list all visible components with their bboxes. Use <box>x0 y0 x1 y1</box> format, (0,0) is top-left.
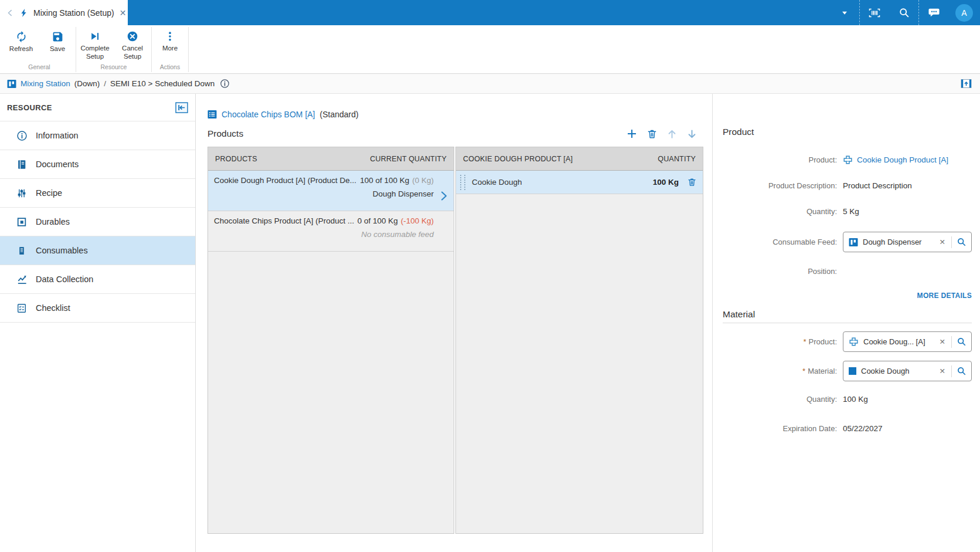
search-icon[interactable] <box>889 0 918 25</box>
restore-panel-icon[interactable] <box>961 79 972 89</box>
app-root: Mixing Station (Setup) ✕ <box>0 0 980 552</box>
complete-setup-icon <box>89 31 101 42</box>
field-label: *Material: <box>723 367 837 375</box>
breadcrumb: Mixing Station (Down) / SEMI E10 > Sched… <box>0 74 980 94</box>
material-section-title: Material <box>723 309 972 321</box>
product-link[interactable]: Cookie Dough Product [A] <box>843 155 948 165</box>
column-header-products: PRODUCTS <box>215 155 257 163</box>
products-table: PRODUCTS CURRENT QUANTITY Cookie Dough P… <box>207 147 454 534</box>
field-label: Product Description: <box>723 181 837 190</box>
complete-setup-label: Complete Setup <box>76 45 114 61</box>
tab-scroll-left-icon[interactable] <box>6 9 14 17</box>
delete-icon[interactable] <box>687 177 697 187</box>
refresh-icon <box>15 31 28 43</box>
sidebar-item-documents[interactable]: Documents <box>0 150 195 178</box>
sidebar-item-information[interactable]: Information <box>0 121 195 150</box>
more-button[interactable]: More <box>152 25 188 63</box>
sidebar-header: RESOURCE <box>0 94 195 121</box>
chat-icon[interactable] <box>919 0 948 25</box>
move-down-icon[interactable] <box>686 128 697 140</box>
product-quantity: 100 of 100 Kg(0 Kg) Dough Dispenser <box>360 175 434 211</box>
quantity-delta: (-100 Kg) <box>401 216 434 225</box>
breadcrumb-state: (Down) <box>74 79 100 88</box>
field-label: Consumable Feed: <box>723 238 837 246</box>
search-icon[interactable] <box>957 366 967 376</box>
sidebar-item-checklist[interactable]: Checklist <box>0 293 195 323</box>
required-marker: * <box>804 337 807 346</box>
clear-icon[interactable]: ✕ <box>938 367 947 375</box>
move-up-icon[interactable] <box>666 128 678 140</box>
breadcrumb-reason: SEMI E10 > Scheduled Down <box>110 79 215 88</box>
avatar[interactable]: A <box>955 4 973 22</box>
refresh-label: Refresh <box>9 45 33 53</box>
field-label: *Product: <box>723 337 837 346</box>
field-position: Position: <box>723 265 972 277</box>
sidebar-title: RESOURCE <box>7 103 52 112</box>
topbar-actions: A <box>830 0 980 25</box>
clear-icon[interactable]: ✕ <box>938 337 947 346</box>
toolbar-group-label: Resource <box>76 63 151 73</box>
data-collection-icon <box>16 274 28 285</box>
field-label: Expiration Date: <box>723 424 837 433</box>
section-divider <box>723 323 972 323</box>
table-row[interactable]: Chocolate Chips Product [A] (Product ...… <box>208 211 454 252</box>
save-label: Save <box>50 45 65 53</box>
sidebar-item-label: Checklist <box>36 303 70 313</box>
materials-table: COOKIE DOUGH PRODUCT [A] QUANTITY Cookie… <box>455 147 703 534</box>
documents-icon <box>16 159 28 170</box>
bom-link[interactable]: Chocolate Chips BOM [A] <box>222 110 315 119</box>
field-label: Position: <box>723 267 837 276</box>
table-row[interactable]: Cookie Dough Product [A] (Product De... … <box>208 171 454 211</box>
field-material: *Material: Cookie Dough ✕ <box>723 361 972 381</box>
field-material-product: *Product: Cookie Doug... [A] ✕ <box>723 331 972 352</box>
add-icon[interactable] <box>626 128 638 140</box>
required-marker: * <box>802 367 805 375</box>
sidebar-item-label: Documents <box>36 160 79 169</box>
refresh-button[interactable]: Refresh <box>3 25 39 63</box>
cancel-setup-button[interactable]: Cancel Setup <box>114 25 151 63</box>
product-icon <box>843 155 853 165</box>
tab-close-icon[interactable]: ✕ <box>120 9 127 17</box>
lightning-icon <box>19 8 28 18</box>
delete-icon[interactable] <box>646 128 658 140</box>
sidebar-item-consumables[interactable]: Consumables <box>0 236 195 265</box>
picker-value: Cookie Doug... [A] <box>863 337 934 346</box>
chevron-right-icon[interactable] <box>434 181 454 211</box>
checklist-icon <box>16 303 28 314</box>
save-button[interactable]: Save <box>39 25 76 63</box>
material-picker[interactable]: Cookie Dough ✕ <box>843 361 972 381</box>
column-header-product: COOKIE DOUGH PRODUCT [A] <box>463 155 573 163</box>
tab-mixing-station[interactable]: Mixing Station (Setup) ✕ <box>0 0 128 25</box>
consumable-feed-picker[interactable]: Dough Dispenser ✕ <box>843 232 972 252</box>
sidebar-item-data-collection[interactable]: Data Collection <box>0 265 195 293</box>
toolbar-separator <box>188 27 189 72</box>
drag-handle[interactable] <box>460 175 465 190</box>
cancel-setup-icon <box>127 31 138 42</box>
complete-setup-button[interactable]: Complete Setup <box>76 25 114 63</box>
more-details-link[interactable]: MORE DETAILS <box>723 292 972 300</box>
search-icon[interactable] <box>957 337 967 347</box>
product-quantity: 0 of 100 Kg(-100 Kg) No consumable feed <box>358 216 434 251</box>
info-icon[interactable] <box>220 79 230 89</box>
material-product-picker[interactable]: Cookie Doug... [A] ✕ <box>843 331 972 352</box>
resource-icon <box>7 79 16 89</box>
picker-separator <box>951 336 952 348</box>
consumable-feed-missing: No consumable feed <box>358 229 434 240</box>
clear-icon[interactable]: ✕ <box>938 238 947 246</box>
toolbar-group-resource: Complete Setup Cancel Setup Resource <box>76 25 151 73</box>
product-section-title: Product <box>723 127 972 138</box>
field-value: 5 Kg <box>843 207 859 216</box>
recipe-icon <box>16 188 28 199</box>
save-icon <box>52 31 64 43</box>
sidebar-item-recipe[interactable]: Recipe <box>0 178 195 207</box>
table-row[interactable]: Cookie Dough 100 Kg <box>456 171 703 194</box>
sidebar-item-durables[interactable]: Durables <box>0 207 195 236</box>
toolbar-group-label: General <box>3 63 76 73</box>
search-icon[interactable] <box>957 237 967 247</box>
barcode-icon[interactable] <box>860 0 889 25</box>
collapse-sidebar-icon[interactable] <box>175 102 188 113</box>
content: RESOURCE Information Documents <box>0 94 980 552</box>
chevron-down-icon[interactable] <box>830 0 859 25</box>
main-pane: Chocolate Chips BOM [A] (Standard) Produ… <box>196 94 712 552</box>
breadcrumb-resource-link[interactable]: Mixing Station <box>21 79 70 88</box>
